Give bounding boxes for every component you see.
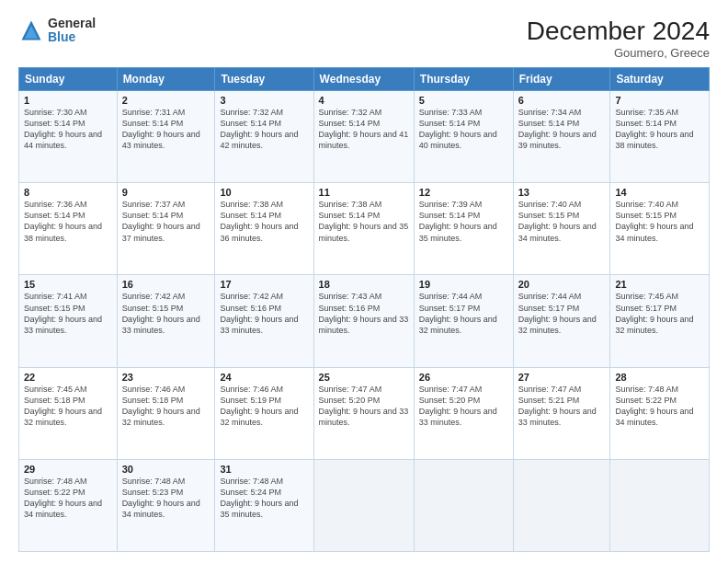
day-info: Sunrise: 7:48 AM Sunset: 5:22 PM Dayligh… <box>24 476 112 521</box>
day-cell: 31Sunrise: 7:48 AM Sunset: 5:24 PM Dayli… <box>215 459 313 551</box>
day-number: 8 <box>24 187 112 198</box>
day-number: 11 <box>319 187 409 198</box>
day-cell: 28Sunrise: 7:48 AM Sunset: 5:22 PM Dayli… <box>610 367 710 459</box>
day-info: Sunrise: 7:38 AM Sunset: 5:14 PM Dayligh… <box>319 199 409 244</box>
day-cell: 3Sunrise: 7:32 AM Sunset: 5:14 PM Daylig… <box>215 91 313 183</box>
col-header-wednesday: Wednesday <box>313 68 414 91</box>
day-number: 31 <box>220 464 308 475</box>
day-cell: 8Sunrise: 7:36 AM Sunset: 5:14 PM Daylig… <box>19 183 118 275</box>
col-header-thursday: Thursday <box>414 68 513 91</box>
day-cell: 29Sunrise: 7:48 AM Sunset: 5:22 PM Dayli… <box>19 459 118 551</box>
day-cell: 10Sunrise: 7:38 AM Sunset: 5:14 PM Dayli… <box>215 183 313 275</box>
day-info: Sunrise: 7:45 AM Sunset: 5:18 PM Dayligh… <box>24 384 112 429</box>
header: General Blue December 2024 Goumero, Gree… <box>18 17 710 60</box>
day-info: Sunrise: 7:47 AM Sunset: 5:20 PM Dayligh… <box>419 384 508 429</box>
day-info: Sunrise: 7:46 AM Sunset: 5:18 PM Dayligh… <box>122 384 210 429</box>
day-info: Sunrise: 7:37 AM Sunset: 5:14 PM Dayligh… <box>122 199 210 244</box>
day-cell: 1Sunrise: 7:30 AM Sunset: 5:14 PM Daylig… <box>19 91 118 183</box>
title-section: December 2024 Goumero, Greece <box>527 17 710 60</box>
col-header-tuesday: Tuesday <box>215 68 313 91</box>
col-header-friday: Friday <box>513 68 610 91</box>
day-info: Sunrise: 7:40 AM Sunset: 5:15 PM Dayligh… <box>615 199 704 244</box>
day-cell: 9Sunrise: 7:37 AM Sunset: 5:14 PM Daylig… <box>117 183 215 275</box>
day-number: 4 <box>319 95 409 106</box>
week-row-1: 1Sunrise: 7:30 AM Sunset: 5:14 PM Daylig… <box>19 91 710 183</box>
day-info: Sunrise: 7:43 AM Sunset: 5:16 PM Dayligh… <box>319 291 409 336</box>
week-row-2: 8Sunrise: 7:36 AM Sunset: 5:14 PM Daylig… <box>19 183 710 275</box>
day-info: Sunrise: 7:35 AM Sunset: 5:14 PM Dayligh… <box>615 107 704 152</box>
day-info: Sunrise: 7:46 AM Sunset: 5:19 PM Dayligh… <box>220 384 308 429</box>
day-cell: 30Sunrise: 7:48 AM Sunset: 5:23 PM Dayli… <box>117 459 215 551</box>
day-cell: 24Sunrise: 7:46 AM Sunset: 5:19 PM Dayli… <box>215 367 313 459</box>
logo-icon <box>18 17 44 43</box>
day-info: Sunrise: 7:48 AM Sunset: 5:24 PM Dayligh… <box>220 476 308 521</box>
day-number: 14 <box>615 187 704 198</box>
page: General Blue December 2024 Goumero, Gree… <box>0 0 728 563</box>
day-number: 3 <box>220 95 308 106</box>
day-cell: 11Sunrise: 7:38 AM Sunset: 5:14 PM Dayli… <box>313 183 414 275</box>
day-cell: 18Sunrise: 7:43 AM Sunset: 5:16 PM Dayli… <box>313 275 414 367</box>
day-cell: 12Sunrise: 7:39 AM Sunset: 5:14 PM Dayli… <box>414 183 513 275</box>
day-number: 18 <box>319 279 409 290</box>
day-number: 27 <box>518 372 606 383</box>
day-info: Sunrise: 7:40 AM Sunset: 5:15 PM Dayligh… <box>518 199 606 244</box>
day-info: Sunrise: 7:47 AM Sunset: 5:21 PM Dayligh… <box>518 384 606 429</box>
day-info: Sunrise: 7:44 AM Sunset: 5:17 PM Dayligh… <box>518 291 606 336</box>
day-number: 1 <box>24 95 112 106</box>
day-number: 13 <box>518 187 606 198</box>
day-cell: 2Sunrise: 7:31 AM Sunset: 5:14 PM Daylig… <box>117 91 215 183</box>
logo-general-text: General <box>48 17 96 30</box>
day-cell: 21Sunrise: 7:45 AM Sunset: 5:17 PM Dayli… <box>610 275 710 367</box>
day-number: 10 <box>220 187 308 198</box>
day-cell: 17Sunrise: 7:42 AM Sunset: 5:16 PM Dayli… <box>215 275 313 367</box>
day-number: 7 <box>615 95 704 106</box>
day-number: 2 <box>122 95 210 106</box>
day-info: Sunrise: 7:32 AM Sunset: 5:14 PM Dayligh… <box>319 107 409 152</box>
week-row-4: 22Sunrise: 7:45 AM Sunset: 5:18 PM Dayli… <box>19 367 710 459</box>
day-cell: 25Sunrise: 7:47 AM Sunset: 5:20 PM Dayli… <box>313 367 414 459</box>
day-cell: 20Sunrise: 7:44 AM Sunset: 5:17 PM Dayli… <box>513 275 610 367</box>
col-header-saturday: Saturday <box>610 68 710 91</box>
day-cell: 13Sunrise: 7:40 AM Sunset: 5:15 PM Dayli… <box>513 183 610 275</box>
day-cell: 19Sunrise: 7:44 AM Sunset: 5:17 PM Dayli… <box>414 275 513 367</box>
col-header-monday: Monday <box>117 68 215 91</box>
day-number: 20 <box>518 279 606 290</box>
day-number: 24 <box>220 372 308 383</box>
month-title: December 2024 <box>527 17 710 46</box>
day-info: Sunrise: 7:48 AM Sunset: 5:22 PM Dayligh… <box>615 384 704 429</box>
day-cell: 14Sunrise: 7:40 AM Sunset: 5:15 PM Dayli… <box>610 183 710 275</box>
day-number: 28 <box>615 372 704 383</box>
day-info: Sunrise: 7:33 AM Sunset: 5:14 PM Dayligh… <box>419 107 508 152</box>
day-cell: 23Sunrise: 7:46 AM Sunset: 5:18 PM Dayli… <box>117 367 215 459</box>
day-info: Sunrise: 7:42 AM Sunset: 5:15 PM Dayligh… <box>122 291 210 336</box>
day-number: 15 <box>24 279 112 290</box>
calendar-table: SundayMondayTuesdayWednesdayThursdayFrid… <box>18 67 710 552</box>
logo-text: General Blue <box>48 17 96 45</box>
day-number: 22 <box>24 372 112 383</box>
day-cell: 26Sunrise: 7:47 AM Sunset: 5:20 PM Dayli… <box>414 367 513 459</box>
day-info: Sunrise: 7:45 AM Sunset: 5:17 PM Dayligh… <box>615 291 704 336</box>
day-info: Sunrise: 7:30 AM Sunset: 5:14 PM Dayligh… <box>24 107 112 152</box>
day-cell: 15Sunrise: 7:41 AM Sunset: 5:15 PM Dayli… <box>19 275 118 367</box>
location: Goumero, Greece <box>527 46 710 60</box>
day-number: 23 <box>122 372 210 383</box>
logo: General Blue <box>18 17 96 45</box>
day-info: Sunrise: 7:34 AM Sunset: 5:14 PM Dayligh… <box>518 107 606 152</box>
day-info: Sunrise: 7:31 AM Sunset: 5:14 PM Dayligh… <box>122 107 210 152</box>
day-info: Sunrise: 7:32 AM Sunset: 5:14 PM Dayligh… <box>220 107 308 152</box>
day-info: Sunrise: 7:48 AM Sunset: 5:23 PM Dayligh… <box>122 476 210 521</box>
col-header-sunday: Sunday <box>19 68 118 91</box>
day-cell: 5Sunrise: 7:33 AM Sunset: 5:14 PM Daylig… <box>414 91 513 183</box>
day-cell: 7Sunrise: 7:35 AM Sunset: 5:14 PM Daylig… <box>610 91 710 183</box>
day-number: 29 <box>24 464 112 475</box>
day-info: Sunrise: 7:39 AM Sunset: 5:14 PM Dayligh… <box>419 199 508 244</box>
day-cell <box>313 459 414 551</box>
day-number: 16 <box>122 279 210 290</box>
day-number: 9 <box>122 187 210 198</box>
day-number: 19 <box>419 279 508 290</box>
day-number: 25 <box>319 372 409 383</box>
day-number: 30 <box>122 464 210 475</box>
day-number: 5 <box>419 95 508 106</box>
day-info: Sunrise: 7:38 AM Sunset: 5:14 PM Dayligh… <box>220 199 308 244</box>
header-row: SundayMondayTuesdayWednesdayThursdayFrid… <box>19 68 710 91</box>
